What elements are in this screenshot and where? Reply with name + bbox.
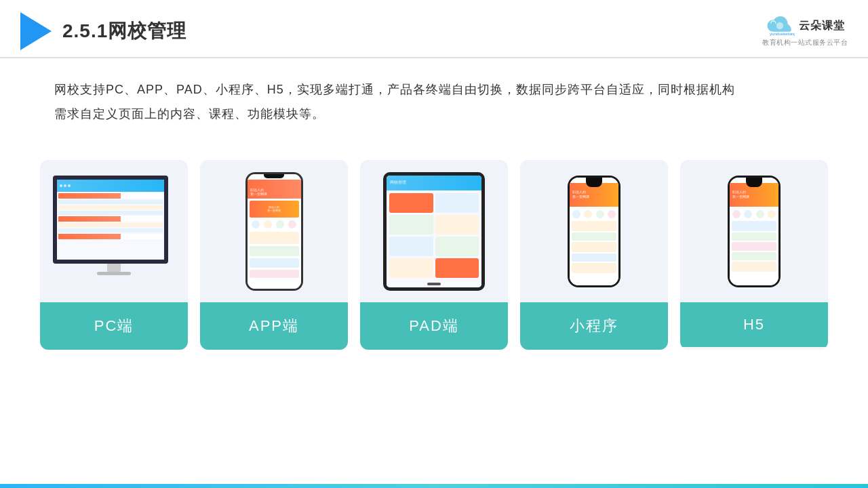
card-miniprogram: 职远人的第一堂网课 (520, 160, 668, 350)
app-device-mockup: 职远人的第一堂网课 职远人的第一堂网课 (245, 172, 303, 291)
miniprogram-device-mockup: 职远人的第一堂网课 (568, 176, 620, 287)
brand-logo: yunduoketang.com 云朵课堂 (765, 15, 845, 37)
card-pc: PC端 (40, 160, 188, 350)
card-app-label: APP端 (200, 302, 348, 350)
logo-triangle-icon (20, 12, 52, 50)
card-app: 职远人的第一堂网课 职远人的第一堂网课 (200, 160, 348, 350)
card-h5-label: H5 (680, 302, 828, 347)
bottom-decorative-bar (0, 484, 868, 488)
card-pad-image: 网校管理 (360, 160, 508, 302)
description-text-2: 需求自定义页面上的内容、课程、功能模块等。 (54, 107, 325, 121)
cards-section: PC端 职远人的第一堂网课 职远人的第一堂网课 (0, 140, 868, 370)
card-h5: 职远人的第一堂网课 (680, 160, 828, 350)
card-miniprogram-image: 职远人的第一堂网课 (520, 160, 668, 302)
card-pad-label: PAD端 (360, 302, 508, 350)
card-pc-label: PC端 (40, 302, 188, 350)
svg-point-0 (776, 22, 784, 30)
card-app-image: 职远人的第一堂网课 职远人的第一堂网课 (200, 160, 348, 302)
page-header: 2.5.1网校管理 yunduoketang.com 云朵课堂 教育机构一站式服… (0, 0, 868, 58)
header-right: yunduoketang.com 云朵课堂 教育机构一站式服务云平台 (762, 15, 848, 47)
pc-device-mockup (53, 176, 175, 287)
page-title: 2.5.1网校管理 (62, 18, 186, 44)
card-pad: 网校管理 PAD端 (360, 160, 508, 350)
brand-tagline: 教育机构一站式服务云平台 (762, 38, 848, 47)
card-pc-image (40, 160, 188, 302)
page-description: 网校支持PC、APP、PAD、小程序、H5，实现多端打通，产品各终端自由切换，数… (0, 58, 868, 133)
description-text: 网校支持PC、APP、PAD、小程序、H5，实现多端打通，产品各终端自由切换，数… (54, 83, 735, 96)
card-h5-image: 职远人的第一堂网课 (680, 160, 828, 302)
brand-name: 云朵课堂 (799, 19, 845, 33)
svg-text:yunduoketang.com: yunduoketang.com (770, 31, 795, 36)
header-left: 2.5.1网校管理 (20, 12, 186, 50)
h5-device-mockup: 职远人的第一堂网课 (728, 176, 781, 287)
pad-device-mockup: 网校管理 (383, 172, 485, 291)
cloud-logo-icon: yunduoketang.com (765, 15, 795, 37)
card-miniprogram-label: 小程序 (520, 302, 668, 350)
